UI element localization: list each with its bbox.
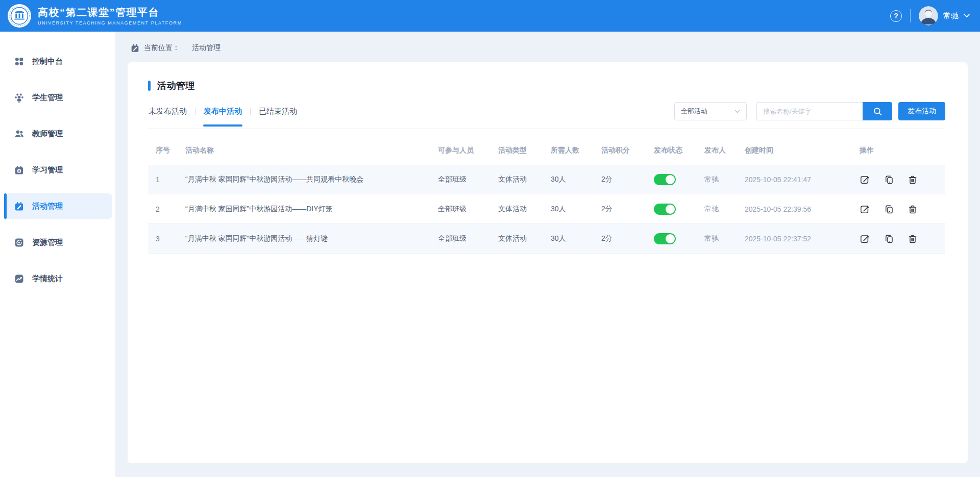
publish-status-toggle[interactable] [654, 204, 676, 215]
sidebar-item-teachers[interactable]: 教师管理 [4, 121, 112, 146]
sidebar-item-statistics[interactable]: 学情统计 [4, 266, 112, 291]
edit-icon[interactable] [860, 234, 870, 244]
sidebar-item-label: 学情统计 [32, 274, 63, 284]
tab-divider [195, 108, 195, 115]
publish-activity-button[interactable]: 发布活动 [898, 102, 945, 120]
breadcrumb-calendar-icon [131, 44, 139, 53]
university-seal-logo [7, 4, 32, 28]
col-header: 所需人数 [551, 146, 601, 155]
user-name: 常驰 [943, 11, 959, 21]
cell-activity-type: 文体活动 [498, 175, 551, 184]
publish-status-toggle[interactable] [654, 233, 676, 244]
app-header: 高校“第二课堂”管理平台 UNIVERSITY TEACHING MANAGEM… [0, 0, 980, 32]
toolbar-controls: 全部活动 发布活动 [674, 102, 945, 120]
row-actions [860, 234, 945, 244]
select-chevron-down-icon [734, 110, 740, 113]
row-actions [860, 174, 945, 185]
sidebar-item-label: 控制中台 [32, 57, 63, 66]
brand-block: 高校“第二课堂”管理平台 UNIVERSITY TEACHING MANAGEM… [7, 4, 182, 28]
edit-icon[interactable] [860, 174, 870, 185]
sidebar-item-resources[interactable]: 资源管理 [4, 230, 112, 255]
cell-publisher: 常驰 [704, 175, 745, 184]
cell-index: 2 [148, 205, 185, 213]
sidebar-item-label: 资源管理 [32, 238, 63, 247]
table-row: 2 “月满中秋 家国同辉”中秋游园活动——DIY灯笼 全部班级 文体活动 30人… [148, 194, 945, 224]
col-header: 发布状态 [654, 146, 704, 155]
table-row: 1 “月满中秋 家国同辉”中秋游园活动——共同观看中秋晚会 全部班级 文体活动 … [148, 165, 945, 194]
cell-participants: 全部班级 [438, 205, 498, 214]
sidebar-item-label: 学习管理 [32, 165, 63, 175]
toggle-knob [666, 175, 675, 184]
sidebar-item-study[interactable]: 8 学习管理 [4, 157, 112, 183]
chevron-down-icon [964, 14, 970, 18]
avatar [919, 6, 938, 26]
cell-activity-type: 文体活动 [498, 234, 551, 243]
copy-icon[interactable] [884, 204, 894, 214]
col-header: 活动积分 [601, 146, 654, 155]
dashboard-grid-icon [14, 57, 24, 66]
copy-icon[interactable] [884, 234, 894, 244]
cell-required-count: 30人 [551, 175, 601, 184]
cell-points: 2分 [601, 234, 654, 243]
sidebar-item-control-center[interactable]: 控制中台 [4, 48, 112, 74]
row-actions [860, 204, 945, 214]
cell-required-count: 30人 [551, 234, 601, 243]
cell-index: 1 [148, 175, 185, 184]
search-button[interactable] [863, 102, 892, 120]
delete-icon[interactable] [908, 204, 918, 214]
cell-participants: 全部班级 [438, 234, 498, 243]
table-header: 序号 活动名称 可参与人员 活动类型 所需人数 活动积分 发布状态 发布人 创建… [148, 136, 945, 165]
sidebar: 控制中台 学生管理 教师管理 [0, 32, 115, 477]
breadcrumb: 当前位置： 活动管理 [131, 43, 980, 53]
delete-icon[interactable] [908, 174, 918, 185]
user-menu[interactable]: 常驰 [919, 6, 970, 26]
cell-publisher: 常驰 [704, 205, 745, 214]
tab-ended[interactable]: 已结束活动 [258, 106, 298, 117]
cell-activity-type: 文体活动 [498, 205, 551, 214]
help-icon[interactable]: ? [890, 10, 902, 22]
col-header: 操作 [860, 146, 945, 155]
col-header: 可参与人员 [438, 146, 498, 155]
study-calendar-8-icon: 8 [14, 165, 24, 175]
cell-index: 3 [148, 235, 185, 243]
search-input[interactable] [756, 102, 863, 120]
sidebar-item-students[interactable]: 学生管理 [4, 85, 112, 110]
resources-cycle-icon [14, 238, 24, 247]
title-accent-bar [148, 81, 151, 91]
cell-points: 2分 [601, 205, 654, 214]
table-body: 1 “月满中秋 家国同辉”中秋游园活动——共同观看中秋晚会 全部班级 文体活动 … [148, 165, 945, 254]
main-content: 当前位置： 活动管理 活动管理 未发布活动 发布中活动 已结束活动 全部活动 [115, 32, 980, 477]
breadcrumb-prefix: 当前位置： [144, 43, 180, 53]
tab-divider [250, 108, 251, 115]
activity-management-card: 活动管理 未发布活动 发布中活动 已结束活动 全部活动 [128, 62, 968, 463]
breadcrumb-current: 活动管理 [192, 43, 220, 53]
col-header: 发布人 [704, 146, 745, 155]
teachers-people-icon [14, 129, 24, 139]
toolbar: 未发布活动 发布中活动 已结束活动 全部活动 [148, 102, 945, 129]
col-header: 活动名称 [185, 146, 438, 155]
search-icon [873, 107, 882, 116]
activity-type-select[interactable]: 全部活动 [674, 102, 747, 120]
svg-text:8: 8 [18, 169, 20, 172]
copy-icon[interactable] [884, 174, 894, 185]
select-value: 全部活动 [681, 107, 707, 116]
search-group [756, 102, 892, 120]
tab-unpublished[interactable]: 未发布活动 [148, 106, 187, 117]
col-header: 活动类型 [498, 146, 551, 155]
page-title: 活动管理 [157, 80, 195, 92]
cell-created-time: 2025-10-05 22:39:56 [745, 205, 860, 213]
delete-icon[interactable] [908, 234, 918, 244]
sidebar-item-label: 活动管理 [32, 202, 63, 211]
cell-points: 2分 [601, 175, 654, 184]
header-divider [910, 9, 911, 22]
cell-required-count: 30人 [551, 205, 601, 214]
publish-status-toggle[interactable] [654, 174, 676, 185]
toggle-knob [666, 234, 675, 243]
tab-publishing[interactable]: 发布中活动 [203, 106, 242, 117]
stats-trend-icon [14, 274, 24, 284]
cell-activity-name: “月满中秋 家国同辉”中秋游园活动——共同观看中秋晚会 [185, 175, 438, 184]
activities-table: 序号 活动名称 可参与人员 活动类型 所需人数 活动积分 发布状态 发布人 创建… [148, 136, 945, 254]
cell-created-time: 2025-10-05 22:37:52 [745, 235, 860, 243]
sidebar-item-activities[interactable]: 活动管理 [4, 193, 112, 219]
edit-icon[interactable] [860, 204, 870, 214]
